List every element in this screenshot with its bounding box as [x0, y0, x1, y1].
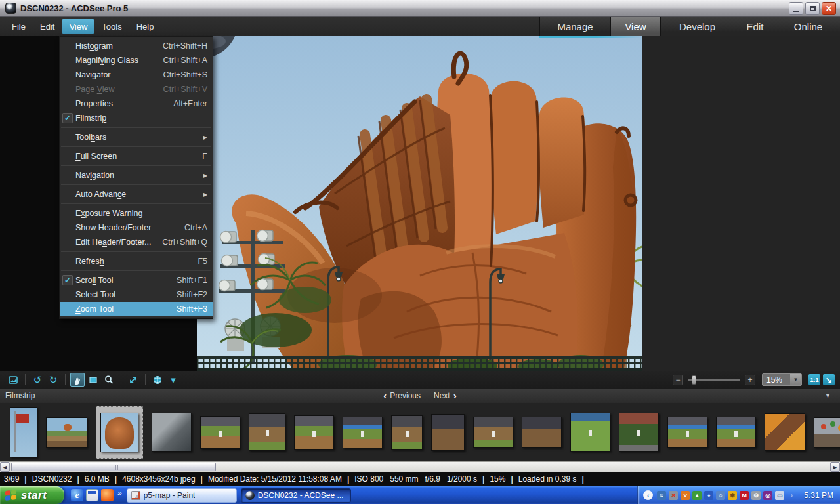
device-settings-icon[interactable]: ⚙	[751, 491, 761, 500]
menu-item-navigator[interactable]: NavigatorCtrl+Shift+S	[60, 68, 213, 82]
menu-item-auto-advance[interactable]: Auto Advance▶	[60, 187, 213, 201]
display-settings-icon[interactable]: ▭	[775, 491, 784, 500]
external-editor-icon[interactable]	[150, 373, 165, 387]
close-button[interactable]: ✕	[822, 2, 836, 15]
task-label: DSCN0232 - ACDSee ...	[258, 491, 344, 500]
zoom-slider[interactable]	[688, 379, 740, 381]
thumbnail-5[interactable]	[200, 416, 240, 449]
menu-item-exposure-warning[interactable]: Exposure Warning	[60, 206, 213, 220]
network-disabled-icon[interactable]: ✕	[669, 491, 678, 500]
search-tool-icon[interactable]: ○	[716, 491, 725, 500]
menu-items: FileEditViewToolsHelp	[0, 17, 160, 36]
thumbnail-12[interactable]	[522, 417, 562, 448]
thumbnail-4[interactable]	[152, 413, 192, 452]
thumbnail-1[interactable]	[10, 407, 37, 457]
start-button[interactable]: start	[0, 486, 64, 504]
minimize-button[interactable]	[789, 2, 803, 15]
quick-launch-overflow-icon[interactable]: »	[117, 488, 122, 497]
uploader-icon[interactable]: ♦	[704, 491, 713, 500]
menubar-item-tools[interactable]: Tools	[95, 19, 128, 34]
menu-item-select-tool[interactable]: Select ToolShift+F2	[60, 287, 213, 302]
menu-item-show-header-footer[interactable]: Show Header/FooterCtrl+A	[60, 220, 213, 235]
menu-item-scroll-tool[interactable]: ✓Scroll ToolShift+F1	[60, 273, 213, 287]
messenger-icon[interactable]: ◎	[763, 491, 772, 500]
thumbnail-2[interactable]	[46, 417, 87, 448]
toolbar-zoom-controls: − + 15% ▼ 1:1 ↘	[673, 373, 835, 386]
menu-item-properties[interactable]: PropertiesAlt+Enter	[60, 96, 213, 111]
thumbnail-11[interactable]	[473, 417, 513, 448]
thumbnail-6[interactable]	[249, 413, 285, 451]
menu-item-edit-header-footer[interactable]: Edit Header/Footer...Ctrl+Shift+Q	[60, 235, 213, 249]
status-divider: |	[77, 474, 79, 484]
task-button-p5-map-paint[interactable]: p5-map - Paint	[127, 488, 237, 503]
more-dropdown-icon[interactable]: ▾	[166, 373, 180, 387]
thumbnail-9[interactable]	[391, 415, 423, 450]
menu-item-zoom-tool[interactable]: Zoom ToolShift+F3	[60, 302, 213, 316]
thumbnail-14[interactable]	[619, 413, 659, 452]
thumbnail-16[interactable]	[716, 417, 756, 448]
menu-item-filmstrip[interactable]: ✓Filmstrip	[60, 111, 213, 125]
select-tool-icon[interactable]	[86, 373, 100, 387]
scroll-left-button[interactable]: ◄	[0, 462, 10, 472]
tray-chevron-icon[interactable]: ‹	[643, 490, 653, 500]
menu-item-navigation[interactable]: Navigation▶	[60, 168, 213, 182]
pan-tool-icon[interactable]	[70, 373, 85, 387]
thumbnail-3[interactable]	[100, 413, 138, 452]
menubar-item-file[interactable]: File	[5, 19, 32, 34]
rotate-right-icon[interactable]: ↻	[46, 373, 60, 387]
photo-baseball-glove[interactable]	[197, 36, 642, 371]
zoom-dropdown-arrow-icon[interactable]: ▼	[790, 374, 801, 385]
menubar-item-help[interactable]: Help	[130, 19, 161, 34]
menu-item-refresh[interactable]: RefreshF5	[60, 254, 213, 268]
show-desktop-icon[interactable]	[86, 489, 98, 501]
mcafee-icon[interactable]: M	[740, 491, 749, 500]
zoom-out-button[interactable]: −	[673, 375, 683, 385]
thumbnail-13[interactable]	[570, 413, 610, 452]
filmstrip-collapse-icon[interactable]: ▼	[825, 392, 840, 399]
task-button-dscn0232-acdsee[interactable]: DSCN0232 - ACDSee ...	[241, 488, 351, 503]
restore-button[interactable]	[805, 2, 820, 15]
menu-shortcut: Ctrl+Shift+S	[163, 70, 207, 79]
volume-icon[interactable]: ♪	[787, 491, 796, 500]
mode-tab-edit[interactable]: Edit	[734, 17, 776, 36]
thumbnail-18[interactable]	[814, 417, 840, 448]
selected-thumbnail-box[interactable]	[96, 406, 143, 459]
thumbnail-10[interactable]	[431, 414, 465, 451]
previous-button[interactable]: ‹ Previous	[383, 391, 421, 400]
next-button[interactable]: Next ›	[434, 391, 457, 400]
zoom-level-dropdown[interactable]: 15% ▼	[762, 373, 802, 386]
thumbnail-8[interactable]	[343, 417, 383, 448]
menu-item-full-screen[interactable]: Full ScreenF	[60, 149, 213, 163]
menu-item-toolbars[interactable]: Toolbars▶	[60, 130, 213, 144]
zoom-slider-handle[interactable]	[692, 375, 696, 385]
status-divider: |	[115, 474, 117, 484]
actual-size-button[interactable]: 1:1	[808, 374, 820, 385]
mode-tab-online[interactable]: Online	[776, 17, 840, 36]
thumbnail-15[interactable]	[667, 417, 707, 448]
fit-image-button[interactable]: ↘	[823, 374, 835, 385]
internet-explorer-icon[interactable]: e	[71, 489, 83, 501]
network-activity-icon[interactable]: ≈	[657, 491, 666, 500]
mode-tab-develop[interactable]: Develop	[660, 17, 734, 36]
menubar-item-edit[interactable]: Edit	[33, 19, 61, 34]
open-photo-icon[interactable]	[6, 373, 20, 387]
thumbnail-7[interactable]	[294, 415, 334, 450]
resize-icon[interactable]	[126, 373, 140, 387]
mode-tab-manage[interactable]: Manage	[539, 17, 610, 36]
mode-tab-view[interactable]: View	[610, 17, 660, 36]
updater-icon[interactable]: ▲	[692, 491, 702, 500]
checkmark-icon: ✓	[62, 113, 73, 123]
sync-tool-icon[interactable]: ✱	[728, 491, 737, 500]
vnc-icon[interactable]: V	[681, 491, 690, 500]
menu-item-magnifying-glass[interactable]: Magnifying GlassCtrl+Shift+A	[60, 53, 213, 68]
scrollbar-thumb[interactable]	[11, 463, 216, 471]
zoom-tool-icon[interactable]	[102, 373, 116, 387]
firefox-icon[interactable]	[101, 489, 114, 501]
zoom-in-button[interactable]: +	[745, 375, 755, 385]
scroll-right-button[interactable]: ►	[830, 462, 840, 472]
thumbnail-17[interactable]	[765, 413, 805, 451]
filmstrip-scrollbar[interactable]: ◄ ►	[0, 461, 840, 472]
rotate-left-icon[interactable]: ↺	[30, 373, 45, 387]
menu-item-histogram[interactable]: HistogramCtrl+Shift+H	[60, 39, 213, 53]
menubar-item-view[interactable]: View	[62, 19, 94, 34]
